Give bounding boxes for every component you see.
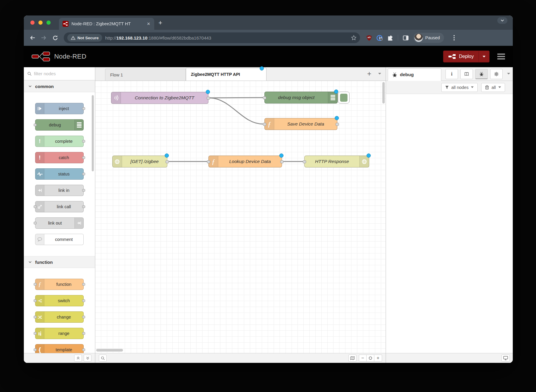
canvas-vertical-scrollbar[interactable] (382, 82, 385, 104)
flow-tab-flow1[interactable]: Flow 1 (105, 69, 186, 81)
palette-section-common[interactable]: common (24, 80, 95, 92)
input-port[interactable] (207, 160, 210, 163)
tab-search-button[interactable] (497, 17, 507, 24)
zoom-reset-button[interactable] (367, 355, 374, 362)
palette-node-label: link out (35, 221, 74, 225)
palette-node-debug[interactable]: debug (35, 119, 84, 131)
zoom-out-button[interactable]: − (359, 355, 367, 362)
password-manager-extension-icon[interactable] (376, 35, 383, 41)
flow-node-http-response[interactable]: HTTP Response (304, 156, 369, 167)
flow-node-mqtt-in[interactable]: Connection to Zigbee2MQTT (111, 92, 208, 104)
flow-node-lookup-device-data[interactable]: ƒ Lookup Device Data (208, 156, 282, 167)
wires-layer (95, 81, 386, 353)
palette-node-function[interactable]: ƒ function (35, 279, 84, 290)
sidebar-menu-caret[interactable] (507, 73, 510, 75)
input-port[interactable] (263, 96, 266, 99)
palette-node-link-out[interactable]: link out (35, 217, 84, 229)
bookmark-star-icon[interactable] (351, 35, 356, 40)
palette-node-change[interactable]: change (35, 311, 84, 323)
palette-node-inject[interactable]: inject (35, 103, 84, 114)
palette-filter-input[interactable] (34, 71, 79, 76)
browser-menu-button[interactable] (452, 34, 456, 42)
deploy-main[interactable]: Deploy (443, 54, 479, 59)
expand-all-button[interactable] (84, 355, 91, 362)
palette-node-template[interactable]: { template (35, 344, 84, 353)
debug-filter-button[interactable]: all nodes (441, 83, 478, 92)
reload-button[interactable] (51, 33, 60, 42)
palette-search[interactable] (24, 67, 95, 80)
close-window-button[interactable] (30, 21, 35, 25)
flow-tab-zigbee2mqtt[interactable]: Zigbee2MQTT HTTP API (186, 68, 267, 81)
palette-node-complete[interactable]: ! complete (35, 136, 84, 147)
double-chevron-up-icon (77, 357, 80, 360)
output-port[interactable] (336, 123, 339, 126)
flow-node-http-in[interactable]: [GET] /zigbee (112, 156, 167, 167)
changed-dot (279, 153, 283, 158)
sidebar-tab-debug-button[interactable] (475, 69, 488, 79)
input-port (34, 300, 37, 302)
palette-node-range[interactable]: range (35, 328, 84, 339)
profile-button[interactable]: Paused (413, 33, 444, 43)
deploy-button[interactable]: Deploy (443, 51, 490, 62)
palette-node-status[interactable]: status (35, 168, 84, 180)
new-tab-button[interactable]: + (158, 20, 162, 26)
flow-list-button[interactable] (378, 73, 381, 75)
main-menu-button[interactable] (497, 54, 505, 59)
palette-node-switch[interactable]: switch (35, 295, 84, 306)
flow-node-debug[interactable]: debug msg object (264, 92, 338, 104)
sidebar-tab-debug[interactable]: debug (388, 68, 441, 81)
canvas-search-button[interactable] (99, 355, 107, 362)
add-flow-button[interactable]: + (367, 70, 371, 77)
output-port[interactable] (207, 97, 210, 100)
palette-scrollbar[interactable] (92, 95, 94, 171)
output-port[interactable] (280, 160, 283, 163)
output-port (82, 316, 85, 319)
palette-section-function[interactable]: function (24, 256, 95, 268)
browser-toolbar: Not Secure http://192.168.123.10:1880/#f… (24, 30, 513, 46)
deploy-options-button[interactable] (479, 51, 489, 62)
sidebar-tab-info[interactable]: i (445, 69, 458, 79)
zoom-reset-icon (369, 356, 372, 360)
node-red-brand: Node-RED (32, 51, 86, 62)
palette-node-label: status (44, 172, 83, 176)
input-port[interactable] (263, 123, 266, 126)
output-port[interactable] (166, 160, 169, 163)
extensions-puzzle-icon[interactable] (387, 35, 393, 41)
address-bar[interactable]: Not Secure http://192.168.123.10:1880/#f… (64, 32, 360, 43)
security-chip[interactable]: Not Secure (67, 34, 102, 42)
funnel-icon (445, 86, 449, 89)
flow-canvas[interactable]: Connection to Zigbee2MQTT debug msg obje… (95, 81, 386, 353)
minimap-button[interactable] (348, 355, 356, 362)
open-debug-window-button[interactable] (501, 355, 510, 362)
extensions-row: uO Paused (367, 33, 456, 43)
back-button[interactable] (28, 33, 37, 42)
ublock-extension-icon[interactable]: uO (367, 35, 372, 41)
debug-clear-button[interactable]: all (481, 83, 505, 92)
zoom-window-button[interactable] (46, 21, 51, 25)
collapse-all-button[interactable] (74, 355, 82, 362)
zoom-in-button[interactable]: + (374, 355, 382, 362)
debug-enable-toggle[interactable] (338, 92, 350, 104)
forward-button[interactable] (39, 33, 48, 42)
tab-close-icon[interactable]: × (146, 21, 151, 26)
canvas-horizontal-scrollbar[interactable] (96, 349, 123, 352)
palette-node-label: catch (44, 155, 83, 160)
palette-section-label: common (35, 84, 54, 89)
flow-tab-label: Zigbee2MQTT HTTP API (191, 72, 240, 77)
flow-node-save-device-data[interactable]: ƒ Save Device Data (264, 118, 337, 130)
palette-node-catch[interactable]: ! catch (35, 152, 84, 163)
input-port[interactable] (303, 160, 306, 163)
side-panel-icon[interactable] (403, 35, 409, 40)
app-body: common inject debug (24, 67, 513, 363)
browser-tab-title: Node-RED : Zigbee2MQTT HT (71, 21, 143, 26)
browser-tab[interactable]: Node-RED : Zigbee2MQTT HT × (59, 18, 154, 30)
sidebar-tab-config[interactable] (490, 69, 503, 79)
palette-node-comment[interactable]: comment (35, 234, 84, 245)
link-arrow-icon (35, 185, 44, 196)
flow-tab-label: Flow 1 (110, 73, 123, 77)
sidebar-tab-help[interactable] (460, 69, 473, 79)
input-port (34, 316, 37, 319)
minimize-window-button[interactable] (38, 21, 43, 25)
palette-node-link-in[interactable]: link in (35, 185, 84, 196)
palette-node-link-call[interactable]: link call (35, 201, 84, 212)
